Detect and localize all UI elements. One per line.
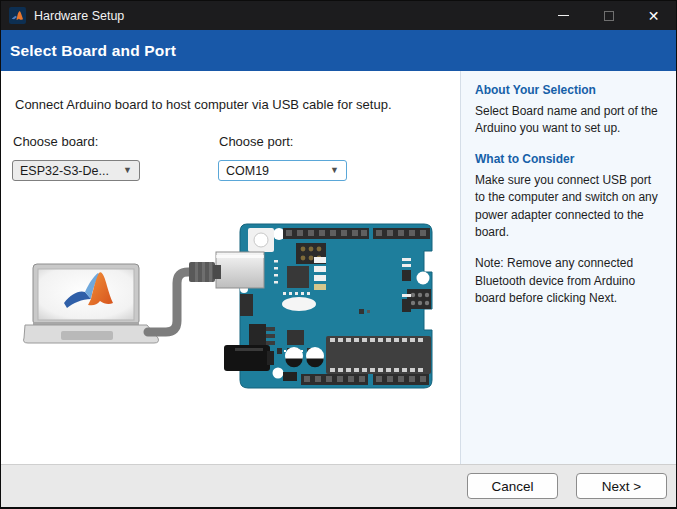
what-to-consider-body: Make sure you connect USB port to the co… — [475, 172, 664, 242]
board-dropdown[interactable]: ESP32-S3-De... ▼ — [12, 160, 140, 181]
laptop — [24, 264, 159, 343]
board-label: Choose board: — [13, 134, 98, 149]
minimize-button[interactable] — [541, 1, 586, 30]
note-body: Note: Remove any connected Bluetooth dev… — [475, 255, 664, 307]
next-button[interactable]: Next > — [576, 473, 667, 499]
chevron-down-icon: ▼ — [123, 166, 132, 175]
port-label: Choose port: — [219, 134, 293, 149]
close-icon: ✕ — [648, 8, 660, 24]
main-panel: Connect Arduino board to host computer v… — [1, 71, 460, 464]
step-banner: Select Board and Port — [1, 30, 676, 71]
about-selection-heading: About Your Selection — [475, 83, 664, 97]
what-to-consider-heading: What to Consider — [475, 152, 664, 166]
instruction-text: Connect Arduino board to host computer v… — [15, 97, 392, 112]
titlebar: Hardware Setup ✕ — [1, 1, 676, 30]
chevron-down-icon: ▼ — [330, 166, 339, 175]
page-title: Select Board and Port — [10, 42, 176, 60]
matlab-logo-icon — [9, 7, 26, 24]
maximize-button[interactable] — [586, 1, 631, 30]
window-title: Hardware Setup — [34, 9, 124, 23]
arduino-board — [216, 224, 432, 388]
footer-bar: Cancel Next > — [1, 464, 676, 507]
laptop-arduino-illustration — [11, 206, 451, 406]
content-area: Connect Arduino board to host computer v… — [1, 71, 676, 464]
port-dropdown-value: COM19 — [226, 164, 269, 178]
usb-cable — [148, 262, 221, 332]
cancel-button[interactable]: Cancel — [467, 473, 558, 499]
hardware-setup-window: Hardware Setup ✕ Select Board and Port C… — [0, 0, 677, 509]
port-dropdown[interactable]: COM19 ▼ — [218, 160, 347, 181]
minimize-icon — [558, 15, 569, 16]
help-sidebar: About Your Selection Select Board name a… — [460, 71, 676, 464]
about-selection-body: Select Board name and port of the Arduin… — [475, 103, 664, 138]
close-button[interactable]: ✕ — [631, 1, 676, 30]
board-dropdown-value: ESP32-S3-De... — [20, 164, 109, 178]
maximize-icon — [604, 11, 614, 21]
